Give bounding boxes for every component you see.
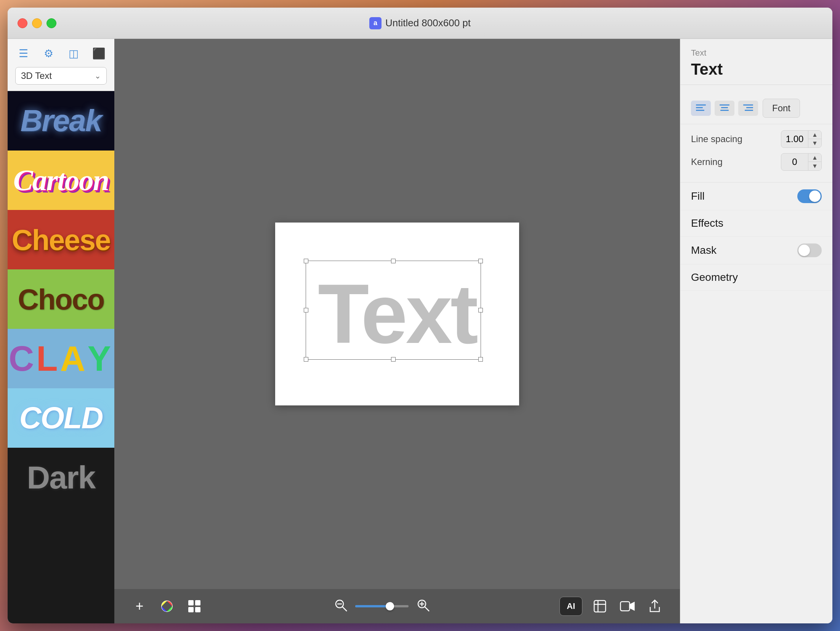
preset-item-cold[interactable]: COLD [8, 388, 114, 448]
preset-item-choco[interactable]: Choco [8, 269, 114, 329]
svg-rect-20 [743, 104, 753, 106]
traffic-lights [18, 18, 56, 28]
kerning-input[interactable]: ▲ ▼ [781, 153, 822, 171]
grid-button[interactable] [184, 596, 204, 616]
mask-toggle-thumb [798, 245, 810, 256]
close-button[interactable] [18, 18, 27, 28]
app-window: a Untitled 800x600 pt ☰ ⚙ ◫ ⬛ 3D Text ⌄ [8, 8, 832, 623]
align-center-button[interactable] [715, 101, 734, 116]
main-layout: ☰ ⚙ ◫ ⬛ 3D Text ⌄ Break Cartoon [8, 39, 832, 623]
preset-item-cartoon[interactable]: Cartoon [8, 151, 114, 210]
preset-item-break[interactable]: Break [8, 91, 114, 151]
bottom-toolbar: + [114, 589, 680, 623]
effects-label: Effects [691, 217, 723, 229]
handle-tl[interactable] [304, 259, 308, 263]
preset-label-cold: COLD [8, 388, 114, 448]
gear-icon[interactable]: ⚙ [40, 45, 56, 62]
panel-body: Font Line spacing ▲ ▼ [680, 85, 832, 623]
geometry-label: Geometry [691, 271, 738, 283]
svg-rect-13 [620, 602, 630, 611]
handle-br[interactable] [478, 357, 483, 362]
minimize-button[interactable] [32, 18, 42, 28]
svg-rect-18 [721, 107, 728, 108]
line-spacing-up[interactable]: ▲ [808, 131, 821, 139]
video-button[interactable] [617, 596, 637, 616]
align-right-button[interactable] [738, 101, 758, 116]
kerning-down[interactable]: ▼ [808, 162, 821, 170]
clay-y: Y [88, 339, 113, 379]
handle-tc[interactable] [391, 259, 396, 263]
toolbar-right: AI [559, 596, 665, 616]
align-left-button[interactable] [691, 101, 711, 116]
fill-toggle-thumb [809, 191, 821, 202]
line-spacing-value[interactable] [781, 131, 808, 147]
fill-row: Fill [680, 183, 832, 210]
title-text: Untitled 800x600 pt [385, 17, 471, 29]
handle-mr[interactable] [478, 308, 483, 312]
line-spacing-input[interactable]: ▲ ▼ [781, 130, 822, 148]
svg-rect-14 [696, 104, 706, 106]
panel-header: Text Text [680, 39, 832, 85]
preset-list: Break Cartoon Cheese Choco CLAY [8, 91, 114, 623]
preset-item-cheese[interactable]: Cheese [8, 210, 114, 269]
svg-line-9 [425, 607, 429, 611]
preset-label-dark: Dark [8, 448, 114, 507]
list-icon[interactable]: ☰ [15, 45, 31, 62]
titlebar: a Untitled 800x600 pt [8, 8, 832, 39]
handle-ml[interactable] [304, 308, 308, 312]
kerning-up[interactable]: ▲ [808, 154, 821, 162]
zoom-thumb[interactable] [386, 602, 394, 610]
mask-button[interactable] [590, 596, 610, 616]
geometry-row: Geometry [680, 264, 832, 291]
svg-rect-22 [745, 110, 753, 111]
zoom-slider[interactable] [355, 605, 409, 607]
fill-label: Fill [691, 190, 705, 202]
window-title: a Untitled 800x600 pt [369, 17, 471, 29]
preset-item-dark[interactable]: Dark [8, 448, 114, 507]
ai-button[interactable]: AI [559, 597, 582, 616]
dropdown-label: 3D Text [21, 70, 52, 81]
line-spacing-label: Line spacing [691, 134, 742, 144]
zoom-out-icon[interactable] [334, 598, 348, 615]
clay-c: C [9, 339, 36, 379]
font-button[interactable]: Font [763, 99, 800, 118]
maximize-button[interactable] [46, 18, 56, 28]
svg-rect-19 [720, 110, 729, 111]
stack-icon[interactable]: ⬛ [91, 45, 107, 62]
svg-rect-21 [746, 107, 753, 108]
toolbar-left: + [130, 596, 204, 616]
preset-label-cartoon: Cartoon [8, 151, 114, 210]
preset-category-dropdown[interactable]: 3D Text ⌄ [15, 67, 107, 85]
alignment-font-row: Font [691, 99, 822, 118]
mask-toggle[interactable] [797, 243, 822, 257]
share-button[interactable] [645, 596, 665, 616]
text-format-section: Font [680, 93, 832, 124]
handle-tr[interactable] [478, 259, 483, 263]
svg-line-6 [342, 607, 347, 611]
preset-label-cheese: Cheese [8, 210, 114, 269]
zoom-fill [355, 605, 390, 607]
preset-item-clay[interactable]: CLAY [8, 329, 114, 388]
app-icon: a [369, 17, 382, 29]
line-spacing-row: Line spacing ▲ ▼ [691, 130, 822, 148]
right-panel: Text Text [680, 39, 832, 623]
svg-rect-16 [696, 110, 704, 111]
handle-bl[interactable] [304, 357, 308, 362]
color-picker-button[interactable] [157, 596, 177, 616]
effects-row: Effects [680, 210, 832, 237]
layers-icon[interactable]: ◫ [66, 45, 82, 62]
sidebar-icons-row: ☰ ⚙ ◫ ⬛ [15, 45, 107, 62]
add-button[interactable]: + [130, 596, 149, 616]
svg-rect-1 [188, 600, 194, 605]
zoom-in-icon[interactable] [416, 598, 430, 615]
canvas-area: Text + [114, 39, 680, 623]
alignment-row [691, 101, 758, 116]
sidebar-toolbar: ☰ ⚙ ◫ ⬛ 3D Text ⌄ [8, 39, 114, 91]
mask-row: Mask [680, 237, 832, 264]
svg-rect-17 [720, 104, 729, 106]
line-spacing-down[interactable]: ▼ [808, 139, 821, 147]
fill-toggle[interactable] [797, 189, 822, 203]
svg-rect-4 [195, 607, 200, 612]
canvas[interactable]: Text [275, 223, 519, 405]
kerning-value[interactable] [781, 154, 808, 170]
